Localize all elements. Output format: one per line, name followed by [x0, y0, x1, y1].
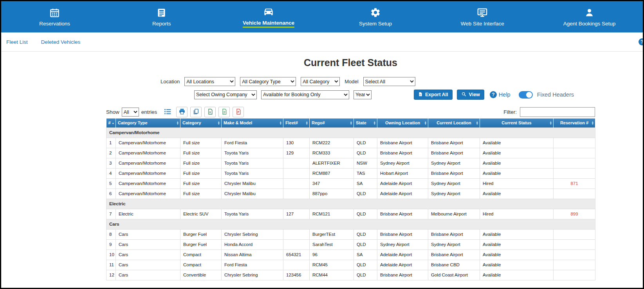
- model-select[interactable]: Select All: [363, 77, 415, 86]
- location-select[interactable]: All Locations: [184, 77, 235, 86]
- filter-wrap: Filter:: [503, 107, 595, 117]
- column-header-rego[interactable]: Rego#▲▼: [310, 118, 354, 127]
- show-entries-select[interactable]: All: [122, 108, 139, 117]
- nav-item-system-setup[interactable]: System Setup: [322, 1, 429, 32]
- cell-current_status: Available: [480, 188, 554, 199]
- car-icon: [263, 6, 274, 17]
- sort-icon: ▲▼: [550, 121, 552, 125]
- cell-current_location: Brisbane CBD: [428, 260, 480, 270]
- filter-input[interactable]: [520, 107, 595, 117]
- table-row[interactable]: 11CarsCompactFord FiestaRCM45QLDAdelaide…: [106, 260, 595, 270]
- owning-company-select[interactable]: Select Owing Company: [194, 90, 257, 99]
- cell-num: 2: [106, 148, 116, 158]
- column-header-label: Fleet#: [285, 120, 298, 125]
- column-header-label: Reservation #: [560, 120, 588, 125]
- availability-select[interactable]: Available for Booking Only: [261, 90, 349, 99]
- column-header-fleet_no[interactable]: Fleet#▲▼: [283, 118, 310, 127]
- nav-item-label: Reports: [152, 21, 171, 27]
- cell-reservation: [554, 250, 595, 260]
- cell-fleet_no: [283, 158, 310, 168]
- column-header-current_location[interactable]: Current Location▲▼: [428, 118, 480, 127]
- cell-rego: RCM222: [310, 138, 354, 148]
- column-header-owning_location[interactable]: Owning Location▲▼: [377, 118, 428, 127]
- excel-icon: x: [207, 108, 213, 116]
- cell-category_type: Campervan/Motorhome: [116, 138, 180, 148]
- column-header-category[interactable]: Category▲▼: [180, 118, 222, 127]
- column-list-button[interactable]: [162, 107, 173, 117]
- csv-export-button[interactable]: [218, 107, 230, 117]
- cell-reservation: [554, 229, 595, 239]
- table-row[interactable]: 7ElectricElectric SUVToyota Yaris127RCM1…: [106, 209, 595, 219]
- cell-fleet_no: [283, 260, 310, 270]
- sort-icon: ▲▼: [373, 121, 376, 125]
- nav-item-reports[interactable]: Reports: [108, 1, 215, 32]
- column-header-state[interactable]: State▲▼: [354, 118, 377, 127]
- reports-icon: [156, 7, 167, 18]
- cell-make_model: Nissan Altima: [222, 250, 283, 260]
- cell-owning_location: Adelaide Airport: [377, 250, 428, 260]
- nav-item-vehicle-maintenance[interactable]: Vehicle Maintenance: [215, 1, 322, 32]
- cell-reservation: [554, 168, 595, 178]
- column-header-category_type[interactable]: Category Type▲▼: [116, 118, 180, 127]
- cell-reservation[interactable]: 899: [554, 209, 595, 219]
- cell-num: 10: [106, 250, 116, 260]
- group-name: Campervan/Motorhome: [106, 127, 595, 138]
- fixed-headers-toggle[interactable]: [519, 91, 533, 99]
- cell-fleet_no: [283, 229, 310, 239]
- year-select[interactable]: Year: [354, 90, 372, 99]
- table-row[interactable]: 12CarsConvertibleChrysler Sebring123456R…: [106, 270, 595, 280]
- cell-state: QLD: [354, 188, 377, 199]
- table-row[interactable]: 4Campervan/MotorhomeFull sizeToyota Yari…: [106, 168, 595, 178]
- copy-icon: [193, 108, 199, 116]
- nav-item-label: System Setup: [359, 21, 392, 27]
- cell-current_status: Hired: [480, 178, 554, 188]
- cell-rego: 887ppo: [310, 188, 354, 199]
- cell-reservation[interactable]: 871: [554, 178, 595, 188]
- export-all-button[interactable]: x Export All: [414, 90, 453, 100]
- cell-fleet_no: [283, 178, 310, 188]
- table-row[interactable]: 2Campervan/MotorhomeFull sizeToyota Yari…: [106, 148, 595, 158]
- cell-num: 5: [106, 178, 116, 188]
- help-button[interactable]: ? Help: [490, 91, 511, 98]
- cell-fleet_no: [283, 239, 310, 250]
- cell-category_type: Electric: [116, 209, 180, 219]
- column-header-reservation[interactable]: Reservation #▲▼: [554, 118, 595, 127]
- cell-owning_location: Brisbane Airport: [377, 138, 428, 148]
- copy-button[interactable]: [190, 107, 202, 117]
- view-button[interactable]: View: [457, 90, 484, 100]
- cell-state: QLD: [354, 229, 377, 239]
- cell-reservation: [554, 158, 595, 168]
- group-name: Electric: [106, 199, 595, 209]
- cell-fleet_no: 129: [283, 148, 310, 158]
- excel-export-button[interactable]: x: [204, 107, 216, 117]
- category-type-select[interactable]: All Category Type: [240, 77, 296, 86]
- nav-item-reservations[interactable]: Reservations: [1, 1, 108, 32]
- table-row[interactable]: 3Campervan/MotorhomeFull sizeToyota Yari…: [106, 158, 595, 168]
- cell-state: SA: [354, 250, 377, 260]
- table-row[interactable]: 8CarsBurger FuelChrysler SebringBurgerTE…: [106, 229, 595, 239]
- category-select[interactable]: All Category: [301, 77, 340, 86]
- help-icon[interactable]: ?: [639, 38, 644, 45]
- pdf-export-button[interactable]: P: [233, 107, 244, 117]
- table-row[interactable]: 6Campervan/MotorhomeFull sizeChrysler Ma…: [106, 188, 595, 199]
- column-header-current_status[interactable]: Current Status▲▼: [480, 118, 554, 127]
- cell-current_status: Available: [480, 148, 554, 158]
- nav-item-agent-bookings-setup[interactable]: Agent Bookings Setup: [536, 1, 643, 32]
- table-row[interactable]: 9CarsBurger FuelHonda AccordSarahTestQLD…: [106, 239, 595, 250]
- cell-rego: RCM44: [310, 270, 354, 280]
- column-header-make_model[interactable]: Make & Model▲▼: [222, 118, 283, 127]
- column-header-num[interactable]: #▲: [106, 118, 116, 127]
- subnav-fleet-list[interactable]: Fleet List: [6, 39, 28, 45]
- search-icon: [461, 92, 467, 98]
- table-row[interactable]: 10CarsCompactNissan Altima65432196SAAdel…: [106, 250, 595, 260]
- cell-category: Compact: [180, 250, 222, 260]
- print-button[interactable]: [176, 107, 188, 117]
- table-row[interactable]: 5Campervan/MotorhomeFull sizeChrysler Ma…: [106, 178, 595, 188]
- nav-item-web-site-interface[interactable]: Web Site Interface: [429, 1, 536, 32]
- cell-current_location: Sydney Airport: [428, 188, 480, 199]
- subnav-deleted-vehicles[interactable]: Deleted Vehicles: [41, 39, 81, 45]
- sort-icon: ▲▼: [306, 121, 308, 125]
- table-row[interactable]: 1Campervan/MotorhomeFull sizeFord Fiesta…: [106, 138, 595, 148]
- cell-category_type: Cars: [116, 239, 180, 250]
- cell-current_location: Brisbane Airport: [428, 138, 480, 148]
